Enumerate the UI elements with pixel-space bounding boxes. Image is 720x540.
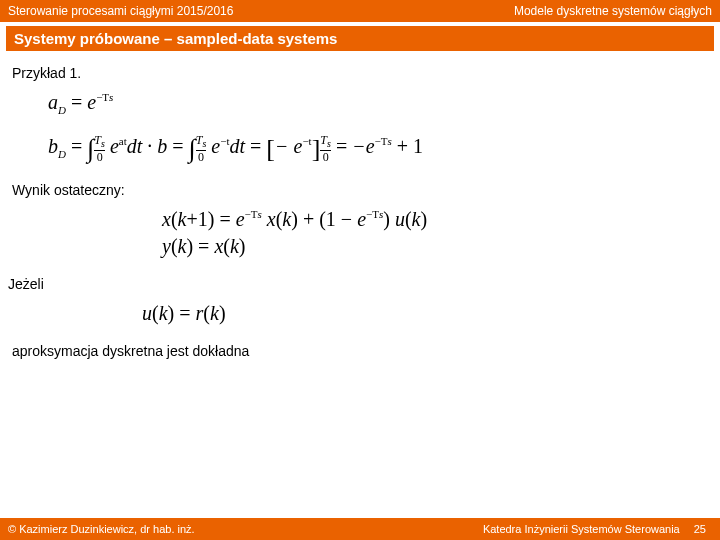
equation-output: y(k) = x(k) — [162, 235, 708, 258]
result-label: Wynik ostateczny: — [12, 182, 708, 198]
footer-author: © Kazimierz Duzinkiewicz, dr hab. inż. — [8, 523, 195, 535]
footer-bar: © Kazimierz Duzinkiewicz, dr hab. inż. K… — [0, 518, 720, 540]
section-title: Systemy próbowane – sampled-data systems — [6, 26, 714, 51]
equation-state: x(k+1) = e−Ts x(k) + (1 − e−Ts) u(k) — [162, 208, 708, 231]
equation-ur: u(k) = r(k) — [142, 302, 708, 325]
footer-dept: Katedra Inżynierii Systemów Sterowania — [483, 523, 680, 535]
header-right: Modele dyskretne systemów ciągłych — [514, 4, 712, 18]
example-label: Przykład 1. — [12, 65, 708, 81]
equation-bD: bD = ∫Ts0 eatdt · b = ∫Ts0 e−tdt = [− e−… — [48, 134, 708, 164]
if-label: Jeżeli — [8, 276, 708, 292]
approx-label: aproksymacja dyskretna jest dokładna — [12, 343, 708, 359]
equation-aD: aD = e−Ts — [48, 91, 708, 116]
slide-content: Przykład 1. aD = e−Ts bD = ∫Ts0 eatdt · … — [0, 51, 720, 359]
header-left: Sterowanie procesami ciągłymi 2015/2016 — [8, 4, 233, 18]
header-bar: Sterowanie procesami ciągłymi 2015/2016 … — [0, 0, 720, 22]
page-number: 25 — [688, 523, 712, 535]
